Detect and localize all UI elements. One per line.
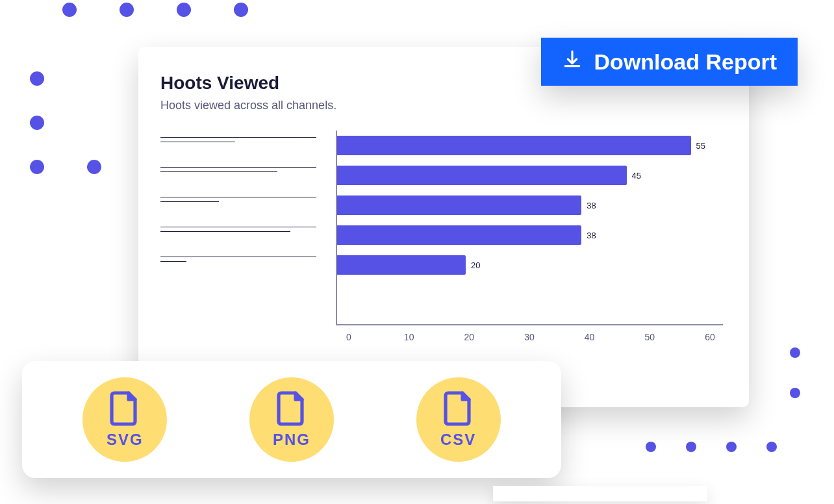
bar-row: 38 [337, 190, 723, 220]
chart-card: Hoots Viewed Hoots viewed across all cha… [138, 47, 749, 407]
x-tick: 20 [456, 332, 482, 342]
bar [337, 225, 581, 245]
file-icon [109, 390, 140, 429]
chart-y-labels [160, 131, 316, 325]
chart-subtitle: Hoots viewed across all channels. [160, 99, 723, 112]
download-report-button[interactable]: Download Report [541, 38, 798, 86]
file-icon [276, 390, 307, 429]
x-tick: 60 [697, 332, 723, 342]
bar-row: 20 [337, 250, 723, 280]
x-tick: 50 [637, 332, 663, 342]
export-format-label: SVG [107, 431, 144, 449]
bar [337, 255, 466, 275]
bar-value: 38 [587, 231, 596, 240]
download-icon [562, 49, 583, 75]
bar [337, 166, 627, 185]
export-png-button[interactable]: PNG [249, 377, 334, 462]
x-tick: 40 [577, 332, 603, 342]
export-options-card: SVG PNG CSV [22, 361, 561, 478]
bar-value: 55 [696, 141, 705, 151]
bottom-strip [493, 486, 707, 501]
x-tick: 0 [336, 332, 362, 342]
bar-row: 45 [337, 160, 723, 190]
download-button-label: Download Report [594, 49, 777, 75]
x-tick: 30 [516, 332, 542, 342]
decorative-dots-top [62, 0, 257, 29]
bar-value: 45 [632, 171, 641, 181]
bar [337, 136, 691, 155]
bar-row: 38 [337, 220, 723, 250]
bar-value: 38 [587, 201, 596, 210]
bar-value: 20 [471, 260, 480, 270]
export-format-label: CSV [440, 431, 476, 449]
bar [337, 195, 581, 215]
chart-x-axis: 0 10 20 30 40 50 60 [336, 332, 723, 342]
export-svg-button[interactable]: SVG [82, 377, 167, 462]
file-icon [443, 390, 474, 429]
export-format-label: PNG [273, 431, 310, 449]
export-csv-button[interactable]: CSV [416, 377, 501, 462]
bar-row: 55 [337, 131, 723, 160]
chart-area: 55 45 38 38 20 [160, 131, 723, 325]
x-tick: 10 [396, 332, 422, 342]
chart-plot: 55 45 38 38 20 [336, 131, 723, 325]
